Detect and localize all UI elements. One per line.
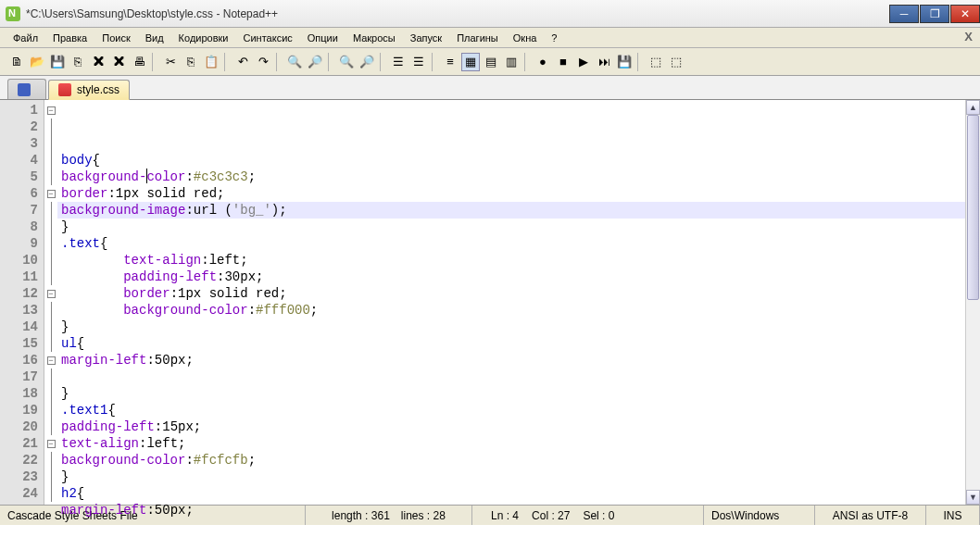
close-button[interactable]: ✕ (950, 5, 980, 23)
fold-marker[interactable] (44, 119, 57, 135)
scroll-down-arrow[interactable]: ▼ (966, 490, 980, 505)
fold-marker[interactable]: − (44, 352, 57, 368)
menu-options[interactable]: Опции (300, 30, 346, 46)
fold-marker[interactable] (44, 135, 57, 152)
code-line[interactable]: .text{ (57, 235, 965, 252)
play-macro-button[interactable]: ▶ (574, 53, 593, 71)
code-line[interactable]: .text1{ (57, 402, 965, 418)
redo-button[interactable]: ↷ (254, 53, 272, 71)
menu-encoding[interactable]: Кодировки (171, 30, 236, 46)
close-file-button[interactable]: 🗙 (89, 53, 107, 71)
code-line[interactable]: text-align:left; (57, 252, 965, 268)
undo-button[interactable]: ↶ (233, 53, 252, 71)
code-line[interactable]: border:1px solid red; (57, 285, 965, 302)
code-line[interactable]: padding-left:15px; (57, 418, 965, 435)
fold-marker[interactable] (44, 402, 57, 418)
fold-marker[interactable] (44, 485, 57, 502)
menu-edit[interactable]: Правка (45, 30, 94, 46)
menu-windows[interactable]: Окна (506, 30, 545, 46)
menu-help[interactable]: ? (544, 30, 564, 46)
wordwrap-button[interactable]: ▦ (461, 53, 480, 71)
scroll-thumb[interactable] (967, 115, 979, 300)
fold-marker[interactable] (44, 252, 57, 268)
toolbar-button[interactable]: ≡ (441, 53, 459, 71)
menu-search[interactable]: Поиск (94, 30, 137, 46)
scroll-up-arrow[interactable]: ▲ (966, 100, 980, 115)
fold-marker[interactable] (44, 152, 57, 169)
code-line[interactable]: padding-left:30px; (57, 268, 965, 285)
code-line[interactable]: background-color:#c3c3c3; (57, 169, 965, 185)
new-file-button[interactable]: 🗎 (7, 53, 26, 71)
fold-marker[interactable]: − (44, 185, 57, 202)
fold-marker[interactable] (44, 335, 57, 352)
record-macro-button[interactable]: ● (534, 53, 552, 71)
code-line[interactable]: } (57, 219, 965, 235)
menu-macros[interactable]: Макросы (346, 30, 403, 46)
tab-close-x[interactable]: X (964, 30, 973, 44)
toolbar-button[interactable]: ⬚ (647, 53, 665, 71)
paste-button[interactable]: 📋 (202, 53, 220, 71)
fold-marker[interactable] (44, 368, 57, 385)
code-line[interactable]: background-color:#fcfcfb; (57, 452, 965, 468)
toolbar-separator (380, 53, 385, 71)
toolbar-button[interactable]: ▥ (502, 53, 521, 71)
fold-marker[interactable] (44, 202, 57, 219)
save-button[interactable]: 💾 (48, 53, 67, 71)
maximize-button[interactable]: ❐ (920, 5, 949, 23)
code-line[interactable]: ul{ (57, 335, 965, 352)
copy-button[interactable]: ⎘ (182, 53, 200, 71)
cut-button[interactable]: ✂ (161, 53, 180, 71)
code-line[interactable]: border:1px solid red; (57, 185, 965, 202)
code-line[interactable]: } (57, 318, 965, 335)
fold-marker[interactable]: − (44, 435, 57, 452)
stop-macro-button[interactable]: ■ (554, 53, 572, 71)
close-all-button[interactable]: 🗙 (109, 53, 128, 71)
toolbar-button[interactable]: ⬚ (667, 53, 685, 71)
menu-syntax[interactable]: Синтаксис (236, 30, 300, 46)
fold-marker[interactable]: − (44, 285, 57, 302)
fold-marker[interactable] (44, 318, 57, 335)
toolbar-button[interactable]: ☰ (389, 53, 408, 71)
fold-marker[interactable] (44, 235, 57, 252)
vertical-scrollbar[interactable]: ▲ ▼ (965, 100, 980, 505)
code-line[interactable] (57, 368, 965, 385)
find-button[interactable]: 🔍 (285, 53, 304, 71)
code-line[interactable]: } (57, 468, 965, 485)
fold-marker[interactable] (44, 385, 57, 402)
menu-run[interactable]: Запуск (403, 30, 449, 46)
fold-marker[interactable] (44, 418, 57, 435)
code-line[interactable]: } (57, 385, 965, 402)
toolbar-button[interactable]: ▤ (482, 53, 500, 71)
code-line[interactable]: body{ (57, 152, 965, 169)
zoom-out-button[interactable]: 🔎 (358, 53, 376, 71)
save-all-button[interactable]: ⎘ (69, 53, 87, 71)
code-line[interactable]: text-align:left; (57, 435, 965, 452)
play-multi-button[interactable]: ⏭ (595, 53, 613, 71)
print-button[interactable]: 🖶 (130, 53, 148, 71)
menu-file[interactable]: Файл (6, 30, 45, 46)
fold-marker[interactable] (44, 452, 57, 468)
menu-view[interactable]: Вид (138, 30, 171, 46)
fold-marker[interactable] (44, 268, 57, 285)
replace-button[interactable]: 🔎 (306, 53, 324, 71)
code-line[interactable] (57, 518, 965, 535)
fold-marker[interactable] (44, 468, 57, 485)
tab-stylecss[interactable]: style.css (48, 80, 130, 100)
fold-marker[interactable] (44, 169, 57, 185)
code-line[interactable]: background-color:#fff000; (57, 302, 965, 318)
fold-marker[interactable]: − (44, 102, 57, 119)
minimize-button[interactable]: ─ (889, 5, 919, 23)
code-line[interactable]: background-image:url ('bg_'); (57, 202, 965, 219)
menu-plugins[interactable]: Плагины (449, 30, 506, 46)
toolbar-button[interactable]: ☰ (409, 53, 428, 71)
code-line[interactable]: margin-left:50px; (57, 352, 965, 368)
fold-marker[interactable] (44, 302, 57, 318)
open-file-button[interactable]: 📂 (28, 53, 46, 71)
fold-marker[interactable] (44, 219, 57, 235)
code-line[interactable]: margin-left:50px; (57, 502, 965, 518)
tab-1[interactable] (7, 79, 46, 99)
save-macro-button[interactable]: 💾 (615, 53, 634, 71)
code-area[interactable]: body{background-color:#c3c3c3;border:1px… (57, 100, 965, 505)
code-line[interactable]: h2{ (57, 485, 965, 502)
zoom-in-button[interactable]: 🔍 (337, 53, 356, 71)
